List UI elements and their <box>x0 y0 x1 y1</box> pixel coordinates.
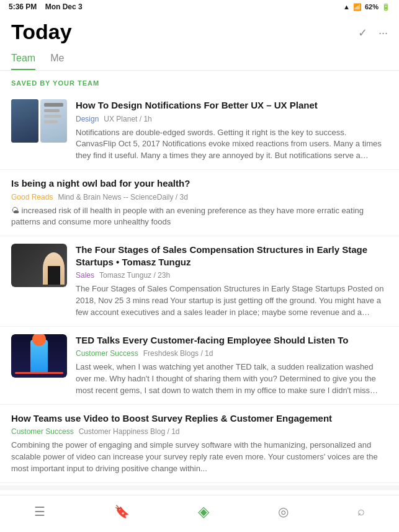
article-description: 🌤 increased risk of ill health in people… <box>11 205 388 229</box>
header-actions: ✓ ··· <box>358 20 388 40</box>
bottom-navigation: ☰ 🔖 ◈ ◎ ⌕ <box>0 495 399 532</box>
tab-team[interactable]: Team <box>11 48 35 70</box>
home-icon: ◈ <box>198 503 209 520</box>
tab-bar: Team Me <box>0 48 399 71</box>
article-content: How Teams use Video to Boost Survey Repl… <box>11 412 388 475</box>
article-tag: Customer Success <box>11 427 74 437</box>
article-description: Last week, when I was watching yet anoth… <box>76 361 388 397</box>
article-tag: Sales <box>76 270 94 280</box>
article-thumbnail <box>11 334 67 378</box>
tab-me[interactable]: Me <box>50 48 64 70</box>
check-icon[interactable]: ✓ <box>358 26 367 40</box>
thumb-right <box>40 99 68 143</box>
article-item[interactable]: TED Talks Every Customer-facing Employee… <box>0 327 399 405</box>
article-description: Combining the power of engaging and simp… <box>11 440 388 475</box>
status-icons: ▲ 📶 62% 🔋 <box>343 3 390 11</box>
article-meta: Good Reads Mind & Brain News -- ScienceD… <box>11 192 388 202</box>
nav-menu[interactable]: ☰ <box>34 504 45 519</box>
search-icon: ⌕ <box>357 504 365 518</box>
article-meta: Design UX Planet / 1h <box>76 114 388 124</box>
article-source: Customer Happiness Blog / 1d <box>79 427 180 436</box>
article-item[interactable]: Is being a night owl bad for your health… <box>0 170 399 236</box>
article-title: How Teams use Video to Boost Survey Repl… <box>11 412 388 425</box>
article-description: The Four Stages of Sales Compensation St… <box>76 283 388 319</box>
thumb-left <box>11 99 38 143</box>
article-tag: Good Reads <box>11 192 53 202</box>
article-meta: Customer Success Freshdesk Blogs / 1d <box>76 348 388 358</box>
article-source: Tomasz Tunguz / 23h <box>99 271 170 280</box>
article-item[interactable]: The Four Stages of Sales Compensation St… <box>0 236 399 327</box>
article-title: TED Talks Every Customer-facing Employee… <box>76 334 388 347</box>
article-thumbnail <box>11 99 67 143</box>
article-source: UX Planet / 1h <box>104 115 151 123</box>
explore-icon: ◎ <box>278 504 289 519</box>
article-title: How To Design Notifications For Better U… <box>76 99 388 112</box>
wifi-icon: ▲ <box>343 3 350 11</box>
nav-home[interactable]: ◈ <box>198 503 209 520</box>
menu-icon: ☰ <box>34 504 45 519</box>
article-content: TED Talks Every Customer-facing Employee… <box>76 334 388 397</box>
article-item[interactable]: How Teams use Video to Boost Survey Repl… <box>0 405 399 483</box>
signal-icon: 📶 <box>353 3 362 11</box>
battery-label: 62% <box>365 3 379 11</box>
page-title: Today <box>11 20 72 44</box>
main-content: SAVED BY YOUR TEAM How To Design Notific… <box>0 71 399 532</box>
article-meta: Customer Success Customer Happiness Blog… <box>11 427 388 437</box>
page-header: Today ✓ ··· <box>0 14 399 48</box>
more-icon[interactable]: ··· <box>379 27 388 40</box>
article-meta: Sales Tomasz Tunguz / 23h <box>76 270 388 280</box>
article-source: Mind & Brain News -- ScienceDaily / 3d <box>58 193 187 202</box>
battery-icon: 🔋 <box>382 3 390 11</box>
status-bar: 5:36 PM Mon Dec 3 ▲ 📶 62% 🔋 <box>0 0 399 14</box>
bookmark-icon: 🔖 <box>114 504 130 519</box>
article-content: Is being a night owl bad for your health… <box>11 177 388 228</box>
article-content: The Four Stages of Sales Compensation St… <box>76 244 388 319</box>
saved-by-team-label: SAVED BY YOUR TEAM <box>0 71 399 92</box>
article-source: Freshdesk Blogs / 1d <box>143 349 213 358</box>
article-description: Notifications are double-edged swords. G… <box>76 127 388 162</box>
nav-bookmark[interactable]: 🔖 <box>114 504 130 519</box>
article-tag: Design <box>76 114 99 124</box>
article-title: The Four Stages of Sales Compensation St… <box>76 244 388 268</box>
section-divider <box>0 485 399 490</box>
nav-search[interactable]: ⌕ <box>357 504 365 518</box>
article-thumbnail <box>11 244 67 287</box>
status-time-date: 5:36 PM Mon Dec 3 <box>9 2 83 11</box>
article-item[interactable]: How To Design Notifications For Better U… <box>0 92 399 170</box>
status-date: Mon Dec 3 <box>45 2 83 11</box>
article-title: Is being a night owl bad for your health… <box>11 177 388 190</box>
status-time: 5:36 PM <box>9 2 37 11</box>
article-content: How To Design Notifications For Better U… <box>76 99 388 162</box>
nav-explore[interactable]: ◎ <box>278 504 289 519</box>
article-tag: Customer Success <box>76 348 138 358</box>
